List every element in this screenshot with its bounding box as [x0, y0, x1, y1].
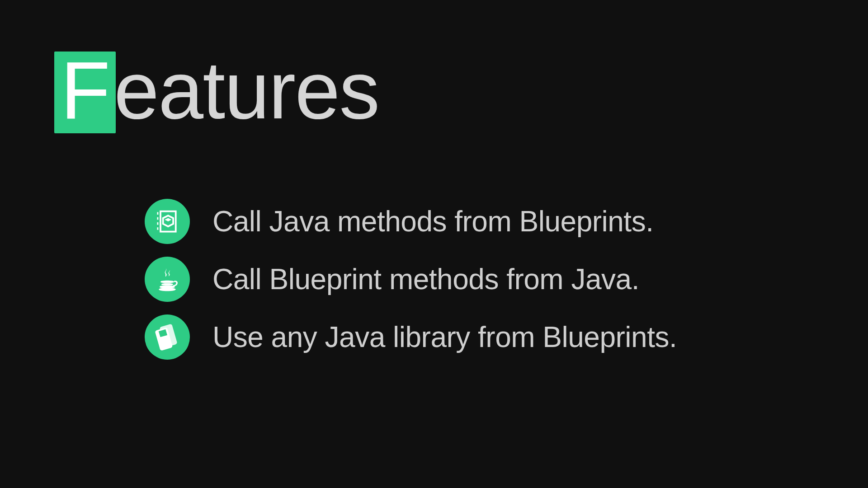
title-dropcap: F	[54, 52, 116, 133]
title-rest: eatures	[114, 45, 379, 136]
svg-rect-3	[157, 227, 159, 230]
svg-rect-1	[157, 217, 159, 220]
feature-list: Call Java methods from Blueprints. Call …	[145, 199, 677, 372]
feature-text: Call Java methods from Blueprints.	[212, 205, 653, 238]
blueprint-cube-icon	[145, 199, 190, 244]
feature-item: Call Java methods from Blueprints.	[145, 199, 677, 244]
library-books-icon	[145, 314, 190, 360]
feature-text: Call Blueprint methods from Java.	[212, 263, 639, 296]
java-icon	[145, 257, 190, 302]
slide: Features Call Java methods from Blueprin…	[0, 0, 868, 488]
svg-rect-0	[157, 212, 159, 215]
slide-title: Features	[54, 50, 379, 133]
feature-text: Use any Java library from Blueprints.	[212, 320, 677, 354]
svg-rect-2	[157, 222, 159, 225]
feature-item: Use any Java library from Blueprints.	[145, 314, 677, 360]
feature-item: Call Blueprint methods from Java.	[145, 257, 677, 302]
